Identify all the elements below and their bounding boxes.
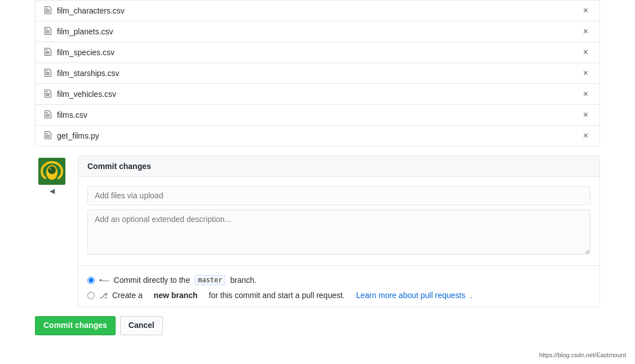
file-name: film_species.csv — [57, 48, 114, 57]
table-row: film_vehicles.csv× — [36, 84, 599, 105]
branch-icon: ⎇ — [99, 291, 108, 300]
radio-option-direct: •— Commit directly to the master branch. — [87, 275, 590, 285]
file-icon — [45, 68, 52, 79]
option2-bold: new branch — [154, 291, 198, 300]
svg-point-3 — [49, 167, 51, 170]
file-name: films.csv — [57, 110, 87, 119]
avatar — [38, 158, 65, 185]
option2-text-before: Create a — [112, 291, 143, 300]
file-name: film_starships.csv — [57, 69, 119, 78]
file-icon — [45, 131, 52, 141]
file-list: film_characters.csv×film_planets.csv×fil… — [35, 0, 600, 147]
radio-option-branch: ⎇ Create a new branch for this commit an… — [87, 291, 590, 300]
commit-form-body — [78, 177, 599, 265]
option2-text-after: for this commit and start a pull request… — [209, 291, 345, 300]
commit-options: •— Commit directly to the master branch.… — [78, 265, 599, 307]
commit-section: ◀ Commit changes •— Commit directly to t… — [35, 156, 600, 307]
commit-form-header: Commit changes — [78, 156, 599, 177]
avatar-area: ◀ — [35, 156, 69, 307]
table-row: film_species.csv× — [36, 42, 599, 63]
commit-message-input[interactable] — [87, 186, 590, 205]
commit-button[interactable]: Commit changes — [35, 316, 116, 335]
option1-text-after: branch. — [230, 276, 257, 285]
action-bar: Commit changes Cancel — [0, 307, 635, 344]
close-icon[interactable]: × — [581, 130, 590, 141]
file-icon — [45, 6, 52, 16]
file-name: film_vehicles.csv — [57, 90, 116, 99]
period: . — [470, 291, 472, 300]
table-row: film_characters.csv× — [36, 1, 599, 21]
close-icon[interactable]: × — [581, 68, 590, 79]
file-icon — [45, 26, 52, 37]
option1-text-before: Commit directly to the — [114, 276, 190, 285]
radio-direct[interactable] — [87, 277, 95, 284]
close-icon[interactable]: × — [581, 47, 590, 58]
table-row: films.csv× — [36, 105, 599, 126]
radio-branch[interactable] — [87, 292, 95, 299]
svg-point-2 — [48, 166, 56, 174]
commit-description-textarea[interactable] — [87, 210, 590, 255]
table-row: film_planets.csv× — [36, 21, 599, 42]
commit-form-title: Commit changes — [87, 162, 590, 171]
close-icon[interactable]: × — [581, 88, 590, 100]
watermark: https://blog.csdn.net/Eastmount — [539, 352, 626, 358]
file-name: film_planets.csv — [57, 27, 113, 36]
learn-more-link[interactable]: Learn more about pull requests — [356, 291, 465, 300]
close-icon[interactable]: × — [581, 109, 590, 121]
file-icon — [45, 47, 52, 58]
close-icon[interactable]: × — [581, 5, 590, 16]
file-name: film_characters.csv — [57, 6, 125, 15]
collapse-arrow[interactable]: ◀ — [50, 187, 55, 195]
branch-badge: master — [195, 275, 226, 285]
file-name: get_films.py — [57, 131, 99, 140]
file-icon — [45, 89, 52, 100]
commit-icon: •— — [99, 276, 109, 285]
page-wrapper: film_characters.csv×film_planets.csv×fil… — [0, 0, 635, 364]
table-row: get_films.py× — [36, 126, 599, 146]
commit-form: Commit changes •— Commit directly to the… — [78, 156, 600, 307]
table-row: film_starships.csv× — [36, 63, 599, 84]
file-icon — [45, 110, 52, 121]
close-icon[interactable]: × — [581, 26, 590, 37]
cancel-button[interactable]: Cancel — [120, 316, 163, 335]
